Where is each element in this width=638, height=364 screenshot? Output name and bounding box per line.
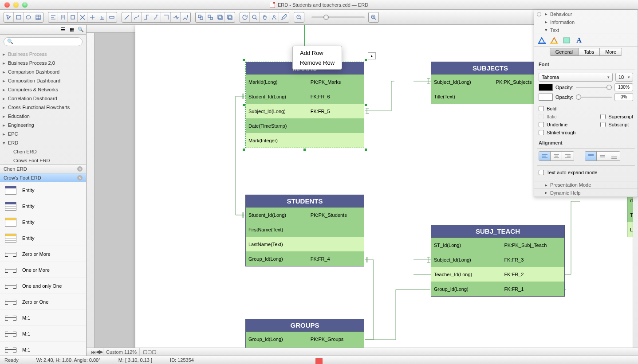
close-window-button[interactable] [4,2,10,8]
inspector-section-text[interactable]: ▾Text [534,26,638,34]
page-nav-prev[interactable]: ◀ [96,349,99,355]
entity-subj-teach[interactable]: SUBJ_TEACH ST_Id(Long)PK:PK_Subj_Teach S… [431,225,565,297]
valign-mid[interactable] [597,152,608,160]
pan-tool[interactable] [260,12,269,22]
front-tool[interactable] [215,12,225,22]
italic-check[interactable]: Italic [539,113,575,121]
fill-icon[interactable] [562,36,571,45]
align-tool-2[interactable] [58,12,68,22]
v-align-segment[interactable] [585,151,620,161]
tree-item[interactable]: ▸Composition Dashboard [0,76,86,85]
text-opacity-value[interactable]: 100% [614,83,633,91]
shape-item[interactable]: Entity [0,198,86,214]
entity-students[interactable]: STUDENTS Student_Id(Long)PK:PK_Students … [245,195,364,266]
align-tool-6[interactable] [97,12,107,22]
strike-check[interactable]: Strikethrough [539,129,575,137]
bold-check[interactable]: Bold [539,105,575,113]
close-icon[interactable]: × [77,166,83,172]
tree-item-chen[interactable]: Chen ERD [0,147,86,156]
h-align-segment[interactable] [539,151,574,161]
shape-item[interactable]: Zero or More [0,246,86,262]
tree-item[interactable]: ▸Engineering [0,121,86,129]
align-center[interactable] [551,152,562,160]
align-left[interactable] [539,152,551,160]
font-size-select[interactable]: 10▾ [615,73,633,82]
entity-marks[interactable]: MARKS MarkId(Long)PK:PK_Marks Student_Id… [245,62,364,148]
line-tool-7[interactable] [181,12,190,22]
inspector-section-behaviour[interactable]: ▸Behaviour [534,10,638,18]
table-tool[interactable] [33,12,43,22]
pointer-tool[interactable] [4,12,14,22]
bg-opacity-slider[interactable] [576,97,612,98]
auto-expand-check[interactable]: Text auto expand mode [539,168,633,176]
page-nav-first[interactable]: ⏮ [91,349,96,355]
back-tool[interactable] [225,12,235,22]
shape-item[interactable]: M:1 [0,326,86,342]
minimize-window-button[interactable] [13,2,19,8]
superscript-check[interactable]: Superscript [600,113,633,121]
tree-item[interactable]: ▸Comparison Dashboard [0,67,86,76]
font-icon[interactable]: A [574,36,584,45]
library-tab-chen[interactable]: Chen ERD× [0,164,86,173]
align-tool-7[interactable] [107,12,117,22]
bg-color-swatch[interactable] [539,94,553,101]
align-tool-1[interactable] [48,12,58,22]
tree-item[interactable]: ▸Cross-Functional Flowcharts [0,103,86,112]
close-icon[interactable]: × [77,175,83,180]
tree-item-erd[interactable]: ▾ERD [0,138,86,147]
smart-tag-icon[interactable]: ▸ [368,52,376,59]
inspector-section-information[interactable]: ▸Information [534,18,638,26]
text-color-swatch[interactable] [539,84,553,91]
zoom-out-tool[interactable] [294,12,304,22]
shape-item[interactable]: One or More [0,262,86,278]
lib-grid-icon[interactable]: ▦ [68,26,75,33]
valign-bot[interactable] [608,152,620,160]
lib-search-icon[interactable]: 🔍 [77,26,84,33]
group-tool[interactable] [196,12,205,22]
edit-tool[interactable] [279,12,289,22]
shape-item[interactable]: Entity [0,182,86,198]
inspector-tab-tabs[interactable]: Tabs [579,48,600,55]
library-search-input[interactable] [4,37,83,46]
line-tool-2[interactable] [132,12,142,22]
text-color-icon[interactable] [537,36,547,45]
align-tool-3[interactable] [68,12,78,22]
inspector-presentation-mode[interactable]: ▸Presentation Mode [534,181,638,189]
tree-item[interactable]: ▸EPC [0,129,86,138]
tree-item[interactable]: ▸Business Process [0,50,86,59]
bg-opacity-value[interactable]: 0% [614,93,633,101]
tree-item[interactable]: ▸Correlation Dashboard [0,94,86,103]
shape-item[interactable]: Zero or One [0,294,86,310]
tree-item[interactable]: ▸Business Process 2,0 [0,59,86,67]
inspector-tab-general[interactable]: General [550,48,579,55]
page-thumbs[interactable]: ▢▢▢ [140,348,159,356]
notification-badge[interactable] [315,358,323,364]
subscript-check[interactable]: Subscript [600,121,633,129]
shape-item[interactable]: Entity [0,230,86,246]
tree-item-crowsfoot[interactable]: Crows Foot ERD [0,156,86,164]
zoom-in-tool[interactable] [369,12,378,22]
library-tab-crowsfoot[interactable]: Crow's Foot ERD× [0,173,86,182]
tree-item[interactable]: ▸Education [0,112,86,121]
line-tool-6[interactable] [171,12,181,22]
tree-item[interactable]: ▸Computers & Networks [0,85,86,94]
line-tool-4[interactable] [151,12,161,22]
rect-tool[interactable] [14,12,24,22]
inspector-tab-more[interactable]: More [600,48,622,55]
text-opacity-slider[interactable] [576,87,612,88]
ctx-add-row[interactable]: Add Row [293,48,342,58]
page-nav-next[interactable]: ▶ [99,349,103,355]
ctx-remove-row[interactable]: Remove Row [293,58,342,67]
valign-top[interactable] [585,152,597,160]
user-tool[interactable] [269,12,279,22]
shape-item[interactable]: One and only One [0,278,86,294]
shape-item[interactable]: M:1 [0,342,86,356]
line-tool-1[interactable] [122,12,132,22]
shape-item[interactable]: Entity [0,214,86,230]
zoom-slider[interactable] [311,16,365,18]
ellipse-tool[interactable] [24,12,33,22]
line-tool-3[interactable] [142,12,151,22]
zoom-window-button[interactable] [22,2,28,8]
align-tool-4[interactable] [78,12,87,22]
ungroup-tool[interactable] [205,12,215,22]
